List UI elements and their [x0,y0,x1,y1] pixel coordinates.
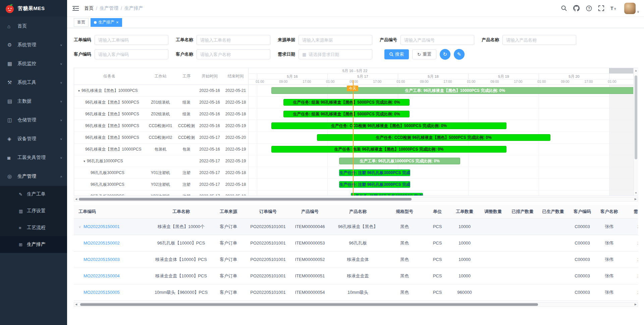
filter-input[interactable] [98,52,165,57]
edit-button[interactable]: ✎ [454,49,465,60]
order-row-5[interactable]: ∨MO20220515000510mm吸头【960000】PCS客户订单PO20… [74,284,638,301]
gantt-bar[interactable]: 生产任务: 注塑 96孔孔板3000PCS 完成比例: 0% [339,181,410,188]
submenu-item-0[interactable]: ✎生产工单 [0,186,67,203]
gantt-bar[interactable]: 生产任务: 组装 96孔移液盒【黑色】5000PCS 完成比例: 0% [283,99,410,106]
app-logo[interactable]: 苦糖果MES [0,0,67,17]
gantt-task-row[interactable]: 96孔孔板3000PCSY01注塑机注塑2022-05-172022-05-18 [74,167,248,179]
sidebar-item-5[interactable]: ◫仓储管理∨ [0,111,67,129]
gantt-task-row[interactable]: ▾96孔孔板10000PCS2022-05-172022-05-19 [74,155,248,167]
help-icon[interactable]: ? [586,5,592,12]
tree-caret-icon[interactable]: ▾ [84,159,85,163]
gantt-bar[interactable]: 生产任务: 包装 96孔移液盒【黑色】10000PCS 完成比例: 0% [271,146,506,153]
gantt-task-row[interactable]: ▾96孔移液盒【黑色】10000PCS2022-05-162022-05-21 [74,85,248,97]
breadcrumb-item[interactable]: 首页 [84,5,94,11]
submenu-item-2[interactable]: ≡工艺流程 [0,219,67,236]
date-input[interactable]: ▦ [299,49,372,59]
gantt-bar[interactable]: 生产任务: 注塑 96孔孔板3000PCS 完成比例: 0% [339,169,410,176]
gantt-task-row[interactable]: 96孔移液盒【黑色】10000PCS包装机包装2022-05-162022-05… [74,144,248,155]
gantt-bar[interactable]: 生产工单: 96孔孔板10000PCS 完成比例: 0% [339,158,460,164]
sidebar-item-4[interactable]: ▤主数据∨ [0,92,67,111]
order-row-4[interactable]: ∨MO202205150004移液盒盒盖【10000】PCS客户订单PO2022… [74,268,638,284]
submenu-item-1[interactable]: ▥工序设置 [0,203,67,219]
hour-label: 09:00 [348,80,360,84]
orders-column-header: 已排产数量 [507,205,538,218]
sidebar-item-0[interactable]: ⌂首页 [0,17,67,36]
filter-input[interactable] [302,38,369,43]
gantt-task-row[interactable]: 96孔移液盒【黑色】5000PCSCCD检测#02CCD检测2022-05-17… [74,132,248,144]
text-input[interactable] [299,35,372,45]
sidebar-item-6[interactable]: ◈设备管理∨ [0,129,67,148]
orders-cell: 张伟 [596,251,622,268]
avatar[interactable] [624,3,636,14]
gantt-bar[interactable]: 生产任务: 组装 96孔移液盒【黑色】5000PCS 完成比例: 0% [283,111,410,117]
gantt-bar[interactable]: 生产工单: 96孔移液盒【黑色】10000PCS 完成比例: 0% [271,87,633,94]
sidebar-item-3[interactable]: ⚒系统工具∨ [0,73,67,92]
user-menu[interactable]: ∨ [624,3,639,14]
sidebar-item-2[interactable]: ▦系统监控∨ [0,54,67,73]
breadcrumb-item[interactable]: 生产排产 [124,5,143,11]
fullscreen-icon[interactable] [598,5,605,12]
sidebar-item-1[interactable]: ⚙系统管理∨ [0,36,67,54]
text-input[interactable] [95,35,168,45]
sidebar-item-7[interactable]: ◙工装夹具管理∨ [0,148,67,167]
work-order-link[interactable]: MO202205150003 [84,257,120,262]
gantt-bar[interactable]: 生产任务: CCD检测 96孔移液盒【黑色】5000PCS 完成比例: 0% [317,134,550,141]
gantt-task-row[interactable]: 96孔移液盒【黑色】5000PCSZ02组装机组装2022-05-162022-… [74,108,248,120]
tree-caret-icon[interactable]: ▾ [78,89,80,93]
gantt-bar[interactable]: 生产任务: 注塑 96孔孔板3000PCS 完成比例: 0% [351,193,423,196]
gantt-task-row[interactable]: 96孔移液盒【黑色】5000PCSCCD检测#01CCD检测2022-05-16… [74,120,248,132]
sidebar-item-8[interactable]: ◎生产管理∧ [0,167,67,186]
text-input[interactable] [197,49,270,59]
work-order-link[interactable]: MO202205150001 [84,224,120,229]
gantt-vertical-scrollbar[interactable]: ▲ ▼ [633,68,638,196]
scroll-right-arrow[interactable]: ▶ [635,198,637,201]
sidebar-toggle-icon[interactable] [72,6,79,11]
filter-input[interactable] [309,52,369,57]
gantt-task-row[interactable]: 96孔孔板3000PCSY02注塑机注塑2022-05-172022-05-18 [74,179,248,191]
horizontal-scrollbar-thumb[interactable] [79,198,412,201]
scroll-left-arrow[interactable]: ◀ [75,198,77,201]
text-input[interactable] [95,49,168,59]
scroll-down-arrow[interactable]: ▼ [634,192,638,195]
work-order-link[interactable]: MO202205150005 [84,290,120,295]
order-row-2[interactable]: ∨MO20220515000296孔孔板【10000】PCS客户订单PO2022… [74,235,638,251]
reset-button[interactable]: ↻ 重置 [412,49,436,59]
orders-cell: 客户订单 [210,235,247,251]
github-icon[interactable] [573,5,580,12]
gantt-horizontal-scrollbar[interactable]: ◀ ▶ [74,197,638,202]
horizontal-scrollbar-thumb[interactable] [80,303,538,306]
filter-input[interactable] [506,38,573,43]
font-size-icon[interactable]: TT [610,5,617,12]
text-input[interactable] [502,35,576,45]
submenu-item-3[interactable]: ⊞生产排产 [0,236,67,253]
gantt-task-row[interactable]: 96孔移液盒【黑色】5000PCSZ01组装机组装2022-05-162022-… [74,97,248,108]
work-order-link[interactable]: MO202205150002 [84,240,120,246]
vertical-scrollbar-thumb[interactable] [635,75,637,159]
breadcrumb-item[interactable]: 生产管理 [100,5,118,11]
filter-input[interactable] [98,38,165,43]
filter-input[interactable] [200,52,267,57]
search-button[interactable]: 搜索 [384,49,409,59]
filter-input[interactable] [200,38,267,43]
filter-label: 需求日期 [278,51,295,57]
order-row-3[interactable]: ∨MO202205150003移液盒盒体【10000】PCS客户订单PO2022… [74,251,638,268]
work-order-link[interactable]: MO202205150004 [84,273,120,278]
scroll-left-arrow[interactable]: ◀ [75,303,77,306]
filter-input[interactable] [404,38,471,43]
scroll-right-arrow[interactable]: ▶ [635,303,637,306]
gantt-task-cell: 2022-05-20 [223,135,249,140]
orders-horizontal-scrollbar[interactable]: ◀ ▶ [74,302,638,307]
row-expand-caret-icon[interactable]: ∨ [78,225,81,229]
tab-2[interactable]: 生产排产× [91,18,122,27]
gantt-task-row[interactable]: 96孔孔板3000PCSY03注塑机注塑2022-05-172022-05-18 [74,191,248,196]
tab-1[interactable]: 首页 [74,18,89,27]
text-input[interactable] [197,35,270,45]
refresh-button[interactable]: ↻ [440,49,450,60]
text-input[interactable] [400,35,474,45]
order-row-1[interactable]: ∨MO202205150001移液盒【黑色】10000个客户订单PO202205… [74,218,638,235]
gantt-task-cell: 2022-05-19 [223,159,249,163]
gantt-bar[interactable]: 生产任务: CCD检测 96孔移液盒【黑色】5000PCS 完成比例: 0% [271,122,506,129]
close-icon[interactable]: × [116,20,119,24]
scroll-up-arrow[interactable]: ▲ [634,69,638,72]
search-icon[interactable] [561,5,568,12]
